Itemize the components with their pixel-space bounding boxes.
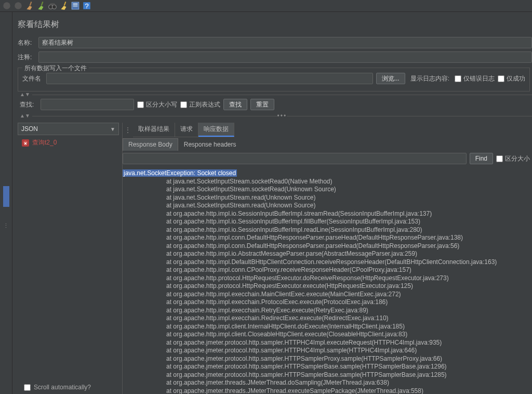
collapse-toggle-1[interactable]: ▲▼ bbox=[18, 93, 32, 97]
body-case-check[interactable]: 区分大小 bbox=[496, 154, 530, 163]
comment-input[interactable] bbox=[38, 51, 532, 63]
chevron-down-icon: ▼ bbox=[110, 126, 115, 132]
write-file-section: 所有数据写入一个文件 文件名 浏览... 显示日志内容: 仅错误日志 仅成功 bbox=[18, 68, 530, 91]
only-error-check[interactable]: 仅错误日志 bbox=[455, 74, 495, 83]
stacktrace-line: at org.apache.http.impl.io.AbstractMessa… bbox=[123, 250, 532, 258]
collapse-toggle-2[interactable]: ▲▼ bbox=[18, 114, 32, 118]
search-label: 查找: bbox=[20, 100, 37, 109]
stacktrace-line: at org.apache.http.impl.conn.DefaultHttp… bbox=[123, 234, 532, 242]
stacktrace-line: at org.apache.jmeter.threads.JMeterThrea… bbox=[123, 387, 532, 395]
subtab-body[interactable]: Response Body bbox=[123, 138, 178, 151]
tab-request[interactable]: 请求 bbox=[175, 123, 198, 137]
left-rail-marker[interactable] bbox=[3, 186, 9, 207]
regex-label: 正则表达式 bbox=[189, 100, 220, 109]
scroll-auto-check[interactable]: Scroll automatically? bbox=[24, 384, 91, 391]
stacktrace-line: at org.apache.http.impl.DefaultBHttpClie… bbox=[123, 258, 532, 267]
svg-text:?: ? bbox=[85, 2, 89, 10]
stacktrace-line: at org.apache.jmeter.protocol.http.sampl… bbox=[123, 371, 532, 379]
scroll-auto-label: Scroll automatically? bbox=[34, 384, 91, 391]
result-tree[interactable]: 查询t2_0 bbox=[18, 135, 119, 394]
subtab-headers[interactable]: Response headers bbox=[178, 138, 242, 151]
filename-input[interactable] bbox=[46, 73, 373, 84]
svg-rect-7 bbox=[64, 2, 66, 6]
broom-yellow-icon[interactable] bbox=[59, 1, 69, 10]
svg-point-1 bbox=[15, 2, 22, 9]
find-button[interactable]: 查找 bbox=[223, 99, 247, 110]
toolbar-btn-disabled-1[interactable] bbox=[2, 1, 11, 10]
name-label: 名称: bbox=[18, 38, 35, 47]
stacktrace-line: at org.apache.http.impl.conn.DefaultHttp… bbox=[123, 242, 532, 251]
stacktrace-line: at org.apache.http.impl.execchain.RetryE… bbox=[123, 307, 532, 315]
toolbar-btn-disabled-2[interactable] bbox=[14, 1, 23, 10]
body-find-button[interactable]: Find bbox=[470, 153, 493, 164]
body-case-label: 区分大小 bbox=[505, 154, 530, 163]
browse-button[interactable]: 浏览... bbox=[376, 73, 405, 84]
comment-label: 注释: bbox=[18, 53, 35, 62]
stacktrace-line: at org.apache.jmeter.protocol.http.sampl… bbox=[123, 339, 532, 347]
stacktrace-line: at java.net.SocketInputStream.read(Unkno… bbox=[123, 194, 532, 202]
stacktrace-line: at java.net.SocketInputStream.read(Unkno… bbox=[123, 202, 532, 210]
case-check[interactable]: 区分大小写 bbox=[137, 100, 177, 109]
stacktrace-line: at org.apache.http.impl.execchain.Redire… bbox=[123, 314, 532, 323]
binoculars-icon[interactable] bbox=[48, 1, 57, 10]
write-file-legend: 所有数据写入一个文件 bbox=[22, 64, 89, 73]
svg-rect-3 bbox=[41, 2, 44, 6]
stacktrace-line: at org.apache.jmeter.threads.JMeterThrea… bbox=[123, 379, 532, 387]
broom-green-icon[interactable] bbox=[36, 1, 46, 10]
reset-button[interactable]: 重置 bbox=[250, 99, 274, 110]
svg-point-5 bbox=[52, 5, 56, 9]
svg-point-0 bbox=[3, 2, 10, 9]
format-value: JSON bbox=[21, 125, 38, 133]
svg-rect-2 bbox=[30, 2, 32, 6]
stacktrace-line: at java.net.SocketInputStream.socketRead… bbox=[123, 186, 532, 194]
error-shield-icon bbox=[22, 139, 29, 147]
only-error-label: 仅错误日志 bbox=[463, 74, 495, 83]
toolbar: ? bbox=[0, 0, 532, 12]
only-success-label: 仅成功 bbox=[507, 74, 525, 83]
stacktrace-line: at java.net.SocketInputStream.socketRead… bbox=[123, 178, 532, 186]
help-icon[interactable]: ? bbox=[82, 1, 91, 10]
stacktrace-line: at org.apache.http.impl.io.SessionInputB… bbox=[123, 210, 532, 218]
exception-header: java.net.SocketException: Socket closed bbox=[123, 169, 237, 177]
svg-rect-11 bbox=[73, 6, 78, 7]
tree-item[interactable]: 查询t2_0 bbox=[20, 137, 119, 148]
stacktrace-line: at org.apache.http.impl.execchain.Protoc… bbox=[123, 298, 532, 307]
template-icon[interactable] bbox=[71, 1, 80, 10]
stacktrace-line: at org.apache.http.impl.execchain.MainCl… bbox=[123, 291, 532, 299]
case-label: 区分大小写 bbox=[146, 100, 177, 109]
stacktrace-line: at org.apache.http.impl.io.SessionInputB… bbox=[123, 226, 532, 234]
stacktrace-line: at org.apache.jmeter.protocol.http.sampl… bbox=[123, 363, 532, 371]
divider-grip[interactable]: ••• bbox=[277, 112, 287, 120]
tree-item-label: 查询t2_0 bbox=[32, 138, 57, 147]
showlog-label: 显示日志内容: bbox=[408, 74, 451, 83]
svg-rect-10 bbox=[73, 5, 78, 6]
filename-label: 文件名 bbox=[22, 74, 43, 83]
svg-rect-6 bbox=[50, 4, 55, 5]
stacktrace-line: at org.apache.jmeter.protocol.http.sampl… bbox=[123, 347, 532, 355]
left-rail-grip[interactable]: ⋮ bbox=[3, 222, 9, 229]
stacktrace-line: at org.apache.http.protocol.HttpRequestE… bbox=[123, 274, 532, 283]
stacktrace-line: at org.apache.http.impl.io.SessionInputB… bbox=[123, 218, 532, 226]
only-success-check[interactable]: 仅成功 bbox=[498, 74, 525, 83]
format-combo[interactable]: JSON ▼ bbox=[18, 123, 119, 135]
broom-brown-icon[interactable] bbox=[25, 1, 34, 10]
svg-rect-9 bbox=[73, 4, 78, 5]
stacktrace-line: at org.apache.jmeter.protocol.http.sampl… bbox=[123, 355, 532, 363]
stacktrace-line: at org.apache.http.impl.client.InternalH… bbox=[123, 323, 532, 331]
tab-sampler[interactable]: 取样器结果 bbox=[133, 123, 175, 137]
vsplit-grip[interactable]: ⋮ bbox=[123, 126, 133, 134]
body-find-input[interactable] bbox=[123, 153, 467, 164]
stacktrace-line: at org.apache.http.impl.client.Closeable… bbox=[123, 331, 532, 339]
stacktrace-line: at org.apache.http.impl.conn.CPoolProxy.… bbox=[123, 266, 532, 274]
stacktrace-area[interactable]: java.net.SocketException: Socket closed … bbox=[123, 166, 532, 394]
stacktrace-line: at org.apache.http.protocol.HttpRequestE… bbox=[123, 282, 532, 291]
page-title: 察看结果树 bbox=[18, 17, 532, 35]
tab-response[interactable]: 响应数据 bbox=[198, 123, 234, 137]
search-input[interactable] bbox=[41, 99, 134, 110]
regex-check[interactable]: 正则表达式 bbox=[180, 100, 220, 109]
name-input[interactable] bbox=[38, 37, 532, 48]
left-rail: ⋮ bbox=[0, 12, 12, 394]
